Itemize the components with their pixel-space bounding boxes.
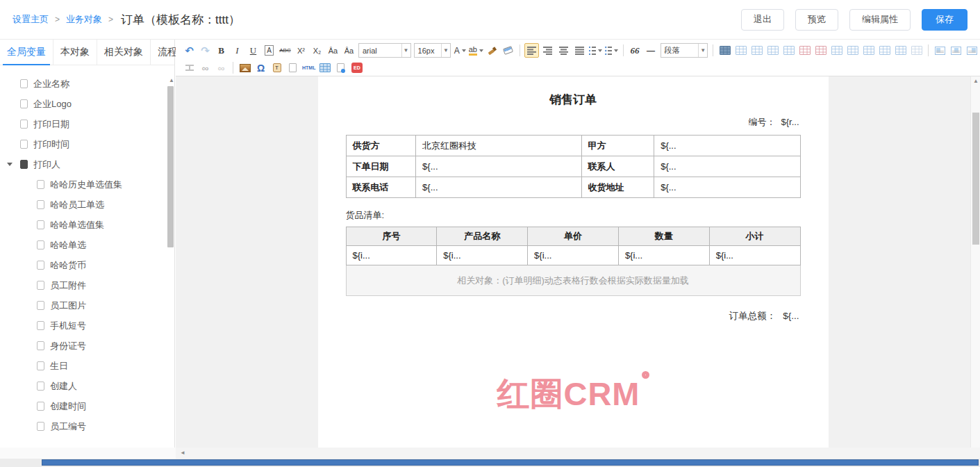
sidebar-item-id-number[interactable]: 身份证号 <box>0 336 174 356</box>
preview-button[interactable]: 预览 <box>795 9 838 31</box>
exit-button[interactable]: 退出 <box>741 9 784 31</box>
sidebar-item-haha-employee-select[interactable]: 哈哈员工单选 <box>0 195 174 215</box>
sidebar-item-create-time[interactable]: 创建时间 <box>0 396 174 416</box>
sidebar-item-company-logo[interactable]: 企业Logo <box>0 94 174 114</box>
item-variable[interactable]: ${i... <box>618 246 709 265</box>
breadcrumb-link-business-object[interactable]: 业务对象 <box>66 13 102 26</box>
anchor-icon[interactable] <box>182 60 197 75</box>
font-family-select[interactable]: arial ▼ <box>358 43 411 58</box>
template-page[interactable]: 销售订单 编号：${r... 供货方 北京红圈科技 甲方 ${... 下单日期 … <box>318 76 829 448</box>
editor-vertical-scrollbar[interactable]: ▲ <box>970 76 980 448</box>
insert-col-left-icon[interactable] <box>749 43 764 58</box>
order-total-variable[interactable]: ${... <box>783 311 799 321</box>
subscript-icon[interactable]: X₂ <box>310 43 324 58</box>
info-value[interactable]: ${... <box>416 156 581 177</box>
underline-icon[interactable]: U <box>246 43 260 58</box>
save-button[interactable]: 保存 <box>922 9 967 31</box>
unordered-list-icon[interactable] <box>604 43 619 58</box>
lowercase-icon[interactable]: Âa <box>342 43 356 58</box>
layout-table-icon[interactable] <box>317 60 332 75</box>
sidebar-item-company-name[interactable]: 企业名称 <box>0 74 174 94</box>
sidebar-item-haha-select[interactable]: 哈哈单选 <box>0 235 174 255</box>
align-justify-icon[interactable] <box>572 43 587 58</box>
unlink-icon[interactable]: ∞ <box>214 60 229 75</box>
info-value[interactable]: 北京红圈科技 <box>416 136 581 156</box>
sidebar-item-creator[interactable]: 创建人 <box>0 376 174 396</box>
editor-scrollbar-thumb[interactable] <box>972 113 979 245</box>
sidebar-item-birthday[interactable]: 生日 <box>0 356 174 376</box>
item-variable[interactable]: ${i... <box>528 246 619 265</box>
sidebar-item-employee-attachment[interactable]: 员工附件 <box>0 275 174 295</box>
sidebar-item-haha-currency[interactable]: 哈哈货币 <box>0 255 174 275</box>
sidebar-item-print-time[interactable]: 打印时间 <box>0 134 174 154</box>
split-cell-icon[interactable] <box>861 43 876 58</box>
cell-props-icon[interactable] <box>877 43 892 58</box>
paragraph-format-select[interactable]: 段落 ▼ <box>661 43 708 58</box>
uppercase-icon[interactable]: Âa <box>326 43 340 58</box>
sidebar-item-printer[interactable]: 打印人 <box>0 154 174 174</box>
info-value[interactable]: ${... <box>654 156 800 177</box>
item-variable[interactable]: ${i... <box>437 246 528 265</box>
merge-cell-right-icon[interactable] <box>765 43 780 58</box>
float-left-icon[interactable] <box>933 43 947 58</box>
float-right-icon[interactable] <box>965 43 979 58</box>
info-value[interactable]: ${... <box>416 177 581 198</box>
window-horizontal-scrollbar[interactable] <box>0 459 980 467</box>
item-variable[interactable]: ${i... <box>346 246 437 265</box>
html-source-icon[interactable]: HTML <box>301 60 316 75</box>
insert-image-icon[interactable] <box>238 60 252 75</box>
info-value[interactable]: ${... <box>654 136 800 156</box>
delete-row-icon[interactable] <box>797 43 812 58</box>
sidebar-item-employee-number[interactable]: 员工编号 <box>0 416 174 436</box>
highlight-color-icon[interactable]: ab <box>469 43 483 58</box>
sidebar-item-mobile-short-number[interactable]: 手机短号 <box>0 316 174 336</box>
tab-global-variables[interactable]: 全局变量 <box>0 40 53 65</box>
sidebar-item-haha-history-select-set[interactable]: 哈哈历史单选值集 <box>0 174 174 195</box>
table-header-icon[interactable] <box>733 43 748 58</box>
paste-as-text-icon[interactable]: T <box>269 60 284 75</box>
item-variable[interactable]: ${i... <box>709 246 800 265</box>
template-page-icon[interactable] <box>333 60 348 75</box>
special-character-icon[interactable]: Ω <box>254 60 268 75</box>
new-page-icon[interactable] <box>285 60 300 75</box>
bold-icon[interactable]: B <box>214 43 229 58</box>
blockquote-icon[interactable]: 66 <box>628 43 642 58</box>
edit-properties-button[interactable]: 编辑属性 <box>849 9 911 31</box>
redo-icon[interactable]: ↷ <box>198 43 213 58</box>
horizontal-rule-icon[interactable]: — <box>644 43 658 58</box>
italic-icon[interactable]: I <box>230 43 244 58</box>
font-color-icon[interactable]: A <box>453 43 467 58</box>
align-right-icon[interactable] <box>540 43 555 58</box>
font-size-select[interactable]: 16px ▼ <box>414 43 451 58</box>
ordered-list-icon[interactable] <box>588 43 603 58</box>
tab-this-object[interactable]: 本对象 <box>53 40 97 65</box>
order-number-variable[interactable]: ${r... <box>781 117 799 127</box>
remove-format-eraser-icon[interactable] <box>501 43 515 58</box>
expand-caret-icon[interactable] <box>7 163 13 166</box>
window-scrollbar-thumb[interactable] <box>42 459 979 466</box>
undo-icon[interactable]: ↶ <box>182 43 197 58</box>
align-center-icon[interactable] <box>556 43 571 58</box>
merge-cell-down-icon[interactable] <box>781 43 796 58</box>
insert-col-icon[interactable] <box>845 43 860 58</box>
tab-related-objects[interactable]: 相关对象 <box>97 40 151 65</box>
strikethrough-icon[interactable]: ABC <box>278 43 292 58</box>
sidebar-item-print-date[interactable]: 打印日期 <box>0 114 174 134</box>
align-left-icon[interactable] <box>524 43 539 58</box>
editor-mode-icon[interactable]: ED <box>349 60 364 75</box>
float-center-icon[interactable] <box>949 43 963 58</box>
link-icon[interactable]: ∞ <box>198 60 213 75</box>
insert-table-icon[interactable] <box>717 43 732 58</box>
sidebar-scroll-up-icon[interactable]: ▲ <box>169 78 174 83</box>
character-border-icon[interactable]: A <box>262 43 276 58</box>
breadcrumb-link-settings-home[interactable]: 设置主页 <box>13 13 49 26</box>
insert-row-icon[interactable] <box>829 43 844 58</box>
scroll-left-icon[interactable]: ◄ <box>180 450 185 456</box>
sidebar-item-haha-select-set[interactable]: 哈哈单选值集 <box>0 215 174 235</box>
info-value[interactable]: ${... <box>654 177 800 198</box>
sidebar-scrollbar-thumb[interactable] <box>167 86 174 247</box>
editor-horizontal-scrollbar[interactable]: ◄ <box>176 448 980 459</box>
table-props-icon[interactable] <box>893 43 908 58</box>
delete-col-icon[interactable] <box>813 43 828 58</box>
superscript-icon[interactable]: X² <box>294 43 308 58</box>
